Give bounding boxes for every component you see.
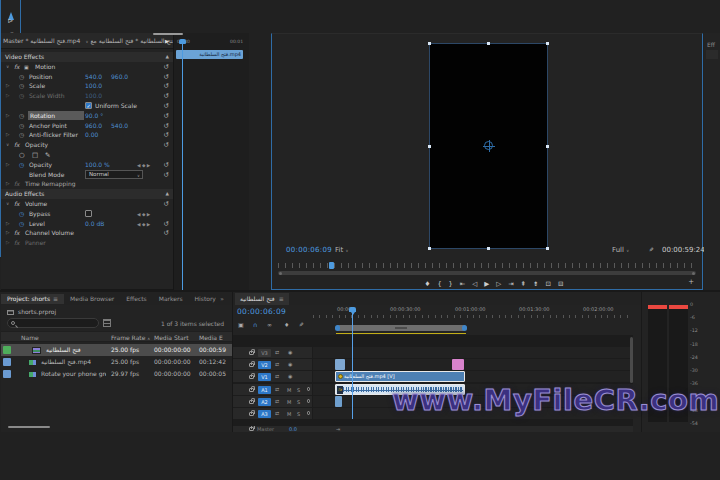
track-target-v1[interactable]: V1 [258, 373, 271, 381]
reset-icon[interactable] [164, 121, 169, 131]
label-color-chip[interactable] [3, 346, 11, 354]
column-media-end[interactable]: Media E [199, 332, 223, 343]
project-row-clip[interactable]: فتح السلطانية.mp4 25.00 fps 00:00:00:00 … [1, 356, 232, 368]
clip-v2-pink[interactable] [452, 359, 464, 370]
vertical-scrollbar[interactable] [630, 337, 633, 383]
collapse-icon[interactable] [166, 52, 169, 62]
monitor-scrub-ruler[interactable] [278, 263, 696, 268]
button-editor-plus[interactable] [688, 278, 694, 286]
current-timecode[interactable]: 00:00:06:09 [286, 246, 332, 254]
play-button[interactable] [484, 280, 489, 288]
add-marker-button[interactable] [425, 280, 431, 288]
twirl-closed-icon[interactable] [6, 81, 9, 91]
sync-lock-icon[interactable] [275, 349, 279, 355]
master-clip-tab[interactable]: Master * فتح السلطانية.mp4 [3, 37, 80, 44]
bypass-checkbox[interactable] [85, 210, 92, 217]
reset-icon[interactable] [164, 140, 169, 150]
lock-icon[interactable] [249, 351, 254, 355]
stopwatch-icon[interactable] [19, 160, 24, 170]
sync-lock-icon[interactable] [275, 410, 279, 416]
anti-flicker-value[interactable]: 0.00 [85, 130, 98, 140]
item-name[interactable]: فتح السلطانية [46, 344, 81, 356]
timeline-timecode[interactable]: 00:00:06:09 [237, 307, 286, 316]
anchor-point-crosshair[interactable] [484, 141, 493, 150]
tab-overflow-icon[interactable] [220, 295, 224, 302]
go-to-in-button[interactable] [460, 280, 465, 288]
search-input[interactable] [7, 318, 99, 328]
extract-button[interactable] [533, 280, 538, 288]
twirl-closed-icon[interactable] [6, 91, 9, 101]
track-visibility-icon[interactable] [288, 349, 292, 355]
sync-lock-icon[interactable] [275, 386, 279, 392]
transform-handle[interactable] [428, 247, 431, 250]
mark-out-button[interactable] [449, 280, 453, 288]
reset-icon[interactable] [164, 81, 169, 91]
time-remapping-label[interactable]: Time Remapping [25, 179, 76, 189]
opacity-value[interactable]: 100.0 % [85, 160, 110, 170]
timeline-ruler[interactable]: 00:00 00:00:30:00 00:01:00:00 00:01:30:0… [313, 306, 633, 318]
transform-handle[interactable] [428, 145, 431, 148]
motion-label[interactable]: Motion [35, 62, 55, 72]
lock-icon[interactable] [249, 400, 254, 404]
nest-sequence-icon[interactable] [238, 321, 244, 328]
transform-handle[interactable] [546, 145, 549, 148]
column-name[interactable]: Name [21, 332, 39, 343]
solo-button[interactable]: S [297, 411, 300, 417]
tab-project[interactable]: Project: shorts [1, 294, 64, 304]
twirl-closed-icon[interactable] [6, 111, 9, 121]
panel-menu-icon[interactable] [279, 293, 284, 305]
position-x-value[interactable]: 540.0 [85, 72, 102, 82]
tab-effects[interactable]: Effects [120, 294, 152, 304]
clip-a2-start[interactable] [335, 396, 342, 407]
solo-button[interactable]: S [297, 399, 300, 405]
project-row-clip[interactable]: Rotate your phone green sc 29.97 fps 00:… [1, 368, 232, 380]
linked-selection-icon[interactable] [267, 321, 272, 328]
position-y-value[interactable]: 960.0 [111, 72, 128, 82]
sync-lock-icon[interactable] [275, 373, 279, 379]
playback-resolution-select[interactable]: Full [612, 246, 629, 254]
right-panel-tab[interactable]: Eff [707, 41, 715, 48]
comparison-view-button[interactable] [558, 280, 563, 288]
master-level-value[interactable]: 0.0 [289, 426, 297, 432]
go-to-out-button[interactable] [508, 280, 513, 288]
settings-wrench-icon[interactable] [649, 246, 654, 253]
rotation-label[interactable]: Rotation [28, 111, 84, 120]
label-color-chip[interactable] [3, 358, 11, 366]
reset-icon[interactable] [164, 62, 169, 72]
opacity-group-label[interactable]: Opacity [25, 140, 48, 150]
horizontal-scrollbar[interactable] [8, 426, 50, 428]
step-forward-button[interactable] [496, 280, 501, 288]
track-lane-v3[interactable] [313, 347, 633, 358]
scale-value[interactable]: 100.0 [85, 81, 102, 91]
selection-tool[interactable] [4, 4, 17, 13]
snap-magnet-icon[interactable] [253, 321, 257, 328]
collapse-icon[interactable] [166, 189, 169, 199]
track-visibility-icon[interactable] [288, 361, 292, 367]
twirl-closed-icon[interactable] [6, 228, 9, 238]
transform-handle[interactable] [428, 42, 431, 45]
stopwatch-icon[interactable] [19, 130, 24, 140]
blend-mode-select[interactable]: Normal [85, 170, 143, 179]
reset-icon[interactable] [164, 72, 169, 82]
item-name[interactable]: Rotate your phone green sc [41, 368, 106, 380]
item-name[interactable]: فتح السلطانية.mp4 [41, 356, 91, 368]
horizontal-scrollbar[interactable] [153, 33, 183, 35]
track-select-forward-tool[interactable] [4, 17, 17, 26]
solo-button[interactable]: S [297, 387, 300, 393]
twirl-open-icon[interactable] [6, 62, 9, 72]
channel-volume-label[interactable]: Channel Volume [25, 228, 74, 238]
pen-mask-icon[interactable] [45, 150, 50, 160]
mute-button[interactable]: M [287, 399, 291, 405]
breadcrumb[interactable]: shorts.prproj [7, 308, 56, 315]
sequence-clip-tab[interactable]: فتح السلطانية * فتح السلطانية مع [90, 37, 173, 44]
monitor-playhead[interactable] [329, 262, 334, 269]
reset-icon[interactable] [164, 111, 169, 121]
twirl-closed-icon[interactable] [6, 179, 9, 189]
clip-duration-bar[interactable]: فتح السلطانية.mp4 [176, 50, 243, 59]
level-value[interactable]: 0.0 dB [85, 219, 104, 229]
rotation-value[interactable]: 90.0 ° [85, 111, 103, 121]
mute-button[interactable]: M [287, 387, 291, 393]
sequence-tab[interactable]: فتح السلطانية [235, 293, 289, 305]
export-frame-button[interactable] [546, 280, 551, 288]
column-media-start[interactable]: Media Start [154, 332, 189, 343]
